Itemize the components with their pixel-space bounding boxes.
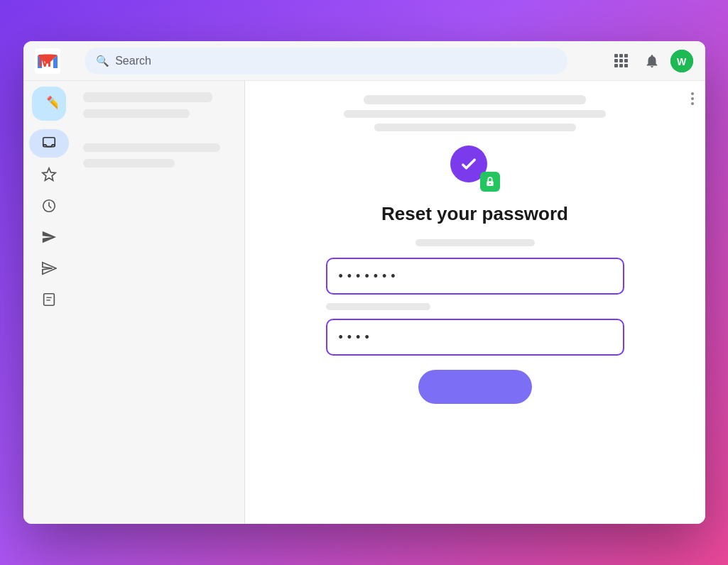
- email-list-panel: [75, 81, 245, 524]
- password-input-2[interactable]: [326, 319, 624, 356]
- password-input-1[interactable]: [326, 258, 624, 295]
- avatar-icon: W: [670, 50, 693, 72]
- svg-point-11: [489, 183, 491, 185]
- apps-button[interactable]: [608, 48, 634, 74]
- clock-icon: [41, 198, 57, 214]
- top-bar: M 🔍 Search: [23, 41, 705, 81]
- gmail-window: M 🔍 Search: [23, 41, 705, 524]
- drafts-icon: [41, 292, 57, 307]
- check-icon: [459, 154, 479, 174]
- icon-area: [450, 146, 500, 192]
- search-bar[interactable]: 🔍 Search: [85, 48, 567, 75]
- user-avatar[interactable]: W: [670, 50, 693, 72]
- search-icon: 🔍: [96, 55, 109, 67]
- skeleton-between: [326, 303, 430, 310]
- compose-icon: ✏️: [40, 95, 58, 112]
- star-icon: [41, 167, 57, 182]
- inbox-icon: [41, 136, 57, 151]
- more-options-button[interactable]: [691, 92, 694, 105]
- email-content: Reset your password: [245, 81, 705, 524]
- gmail-logo: M: [35, 48, 60, 74]
- svg-text:W: W: [677, 56, 687, 67]
- svg-rect-7: [43, 294, 54, 306]
- skeleton-top-2: [344, 110, 606, 118]
- top-bar-icons: W: [608, 48, 693, 74]
- password-field-group-1: [326, 258, 624, 295]
- svg-text:✏️: ✏️: [46, 95, 58, 112]
- content-skeleton: [273, 95, 677, 131]
- search-label: Search: [115, 55, 151, 67]
- submit-button[interactable]: [418, 370, 532, 404]
- compose-button[interactable]: ✏️: [32, 87, 66, 121]
- sidebar: ✏️: [23, 81, 75, 524]
- sidebar-item-sent[interactable]: [29, 254, 69, 282]
- send-outline-icon: [41, 260, 57, 276]
- sidebar-item-drafts[interactable]: [29, 285, 69, 314]
- skeleton-top-3: [374, 124, 576, 131]
- sidebar-item-starred[interactable]: [29, 160, 69, 189]
- send-filled-icon: [41, 229, 57, 245]
- skeleton-line-4: [83, 159, 175, 168]
- reset-title: Reset your password: [381, 203, 568, 225]
- lock-icon: [484, 176, 496, 187]
- sidebar-item-snoozed[interactable]: [29, 192, 69, 220]
- waffle-icon: [614, 54, 628, 67]
- password-field-group-2: [326, 319, 624, 356]
- svg-text:M: M: [38, 53, 51, 70]
- main-area: ✏️: [23, 81, 705, 524]
- lock-badge: [480, 172, 500, 192]
- skeleton-top-1: [364, 95, 585, 104]
- skeleton-line-2: [83, 109, 190, 118]
- notifications-button[interactable]: [639, 48, 665, 74]
- sidebar-item-sent-filled[interactable]: [29, 223, 69, 251]
- skeleton-mid: [415, 239, 535, 246]
- sidebar-item-inbox[interactable]: [29, 129, 69, 158]
- bell-icon: [644, 53, 660, 69]
- skeleton-line-1: [83, 92, 213, 102]
- skeleton-line-3: [83, 143, 221, 152]
